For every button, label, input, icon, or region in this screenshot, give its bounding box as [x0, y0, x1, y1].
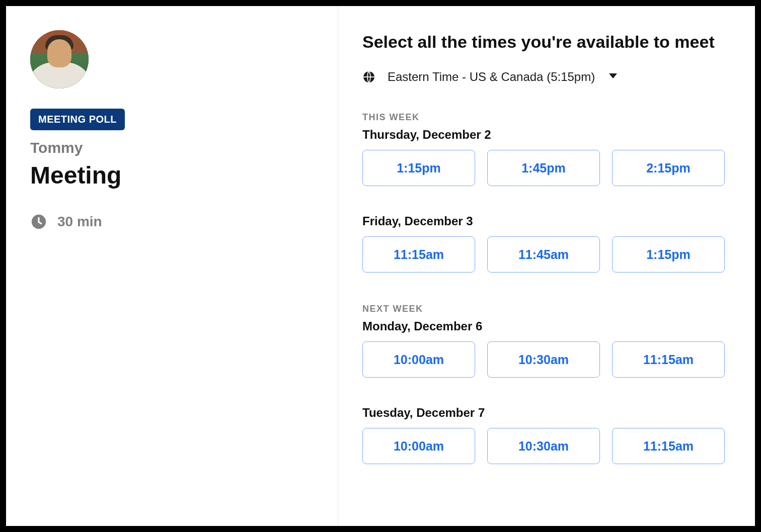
- page-heading: Select all the times you're available to…: [362, 32, 727, 52]
- day-label: Friday, December 3: [362, 214, 727, 228]
- main-panel: Select all the times you're available to…: [338, 6, 755, 526]
- time-slot-button[interactable]: 11:15am: [362, 236, 475, 273]
- meeting-poll-badge: MEETING POLL: [30, 109, 125, 130]
- time-slot-button[interactable]: 1:15pm: [362, 150, 475, 186]
- time-slot-button[interactable]: 10:30am: [487, 428, 600, 464]
- time-slot-button[interactable]: 10:00am: [362, 341, 475, 378]
- timezone-selector[interactable]: Eastern Time - US & Canada (5:15pm): [362, 70, 727, 84]
- time-slot-button[interactable]: 11:15am: [612, 341, 725, 378]
- day-label: Thursday, December 2: [362, 128, 727, 142]
- timezone-text: Eastern Time - US & Canada (5:15pm): [388, 70, 595, 84]
- meeting-title: Meeting: [30, 161, 314, 189]
- time-slot-row: 10:00am10:30am11:15am: [362, 341, 727, 378]
- host-avatar: [30, 30, 89, 88]
- time-slot-row: 11:15am11:45am1:15pm: [362, 236, 727, 273]
- host-name: Tommy: [30, 139, 314, 156]
- time-slot-button[interactable]: 1:45pm: [487, 150, 600, 186]
- globe-icon: [362, 70, 375, 83]
- duration-row: 30 min: [30, 213, 314, 230]
- page-frame: MEETING POLL Tommy Meeting 30 min Select…: [0, 0, 761, 532]
- week-label: THIS WEEK: [362, 112, 727, 123]
- caret-down-icon: [609, 73, 617, 78]
- day-label: Monday, December 6: [362, 319, 727, 333]
- time-slot-button[interactable]: 11:15am: [612, 428, 725, 464]
- time-slot-button[interactable]: 11:45am: [487, 236, 600, 273]
- week-label: NEXT WEEK: [362, 304, 727, 314]
- time-slot-button[interactable]: 10:30am: [487, 341, 600, 378]
- time-slot-button[interactable]: 1:15pm: [612, 236, 725, 273]
- duration-text: 30 min: [57, 214, 102, 230]
- time-slot-button[interactable]: 2:15pm: [612, 150, 725, 186]
- sidebar: MEETING POLL Tommy Meeting 30 min: [6, 6, 338, 526]
- time-slot-row: 1:15pm1:45pm2:15pm: [362, 150, 727, 186]
- time-slot-button[interactable]: 10:00am: [362, 428, 475, 464]
- day-label: Tuesday, December 7: [362, 406, 727, 420]
- time-slot-row: 10:00am10:30am11:15am: [362, 428, 727, 464]
- clock-icon: [30, 213, 47, 230]
